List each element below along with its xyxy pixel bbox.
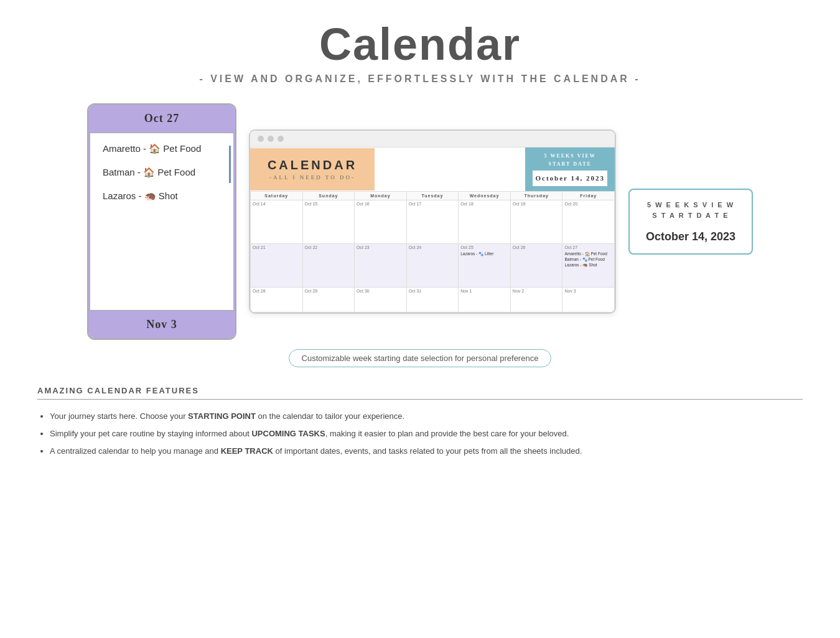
illustration-area: Oct 27 Amaretto - 🏠 Pet Food Batman - 🏠 … (0, 91, 840, 352)
cell-oct25: Oct 25Lazaros - 🐾 Litter (459, 244, 511, 288)
cell-oct20: Oct 20 (562, 200, 615, 244)
calendar-header-area: CALENDAR -ALL I NEED TO DO- 5 WEEKS VIEW… (250, 148, 615, 191)
col-tuesday: Tuesday (406, 192, 459, 200)
cell-oct22: Oct 22 (302, 244, 355, 288)
widget-date: October 14, 2023 (640, 230, 742, 243)
cal-title-text: CALENDAR (263, 158, 362, 172)
cell-oct26: Oct 26 (510, 244, 562, 288)
week-view-label: 5 WEEKS VIEWSTART DATE (533, 152, 607, 169)
browser-window: CALENDAR -ALL I NEED TO DO- 5 WEEKS VIEW… (249, 129, 616, 314)
cell-oct29: Oct 29 (302, 288, 355, 312)
feature-item-3: A centralized calendar to help you manag… (50, 444, 803, 458)
feature-item-1: Your journey starts here. Choose your ST… (50, 410, 803, 423)
browser-dot-2 (268, 136, 274, 142)
phone-item-3: Lazaros - 🦔 Shot (103, 190, 221, 202)
browser-dot-1 (258, 136, 264, 142)
cell-oct16: Oct 16 (355, 200, 407, 244)
col-saturday: Saturday (251, 192, 303, 200)
phone-header-date: Oct 27 (88, 105, 235, 133)
calendar-header-row: Saturday Sunday Monday Tuesday Wednesday… (251, 192, 615, 200)
features-section: AMAZING CALENDAR FEATURES Your journey s… (0, 380, 840, 481)
col-friday: Friday (562, 192, 615, 200)
col-sunday: Sunday (302, 192, 355, 200)
right-widget: 5 W E E K S V I E WS T A R T D A T E Oct… (628, 189, 753, 255)
calendar-row-week1: Oct 14 Oct 15 Oct 16 Oct 17 Oct 18 Oct 1… (251, 200, 615, 244)
phone-body: Amaretto - 🏠 Pet Food Batman - 🏠 Pet Foo… (88, 133, 235, 310)
cell-oct17: Oct 17 (406, 200, 459, 244)
cell-oct19: Oct 19 (510, 200, 562, 244)
col-wednesday: Wednesday (459, 192, 511, 200)
main-title: Calendar (0, 19, 840, 70)
feature-item-2: Simplify your pet care routine by stayin… (50, 427, 803, 441)
cell-nov3: Nov 3 (562, 288, 615, 312)
cell-oct14: Oct 14 (251, 200, 303, 244)
calendar-row-week3: Oct 28 Oct 29 Oct 30 Oct 31 Nov 1 Nov 2 … (251, 288, 615, 312)
phone-mockup: Oct 27 Amaretto - 🏠 Pet Food Batman - 🏠 … (87, 103, 236, 340)
cell-oct27: Oct 27 Amaretto - 🏠 Pet Food Batman - 🐾 … (562, 244, 615, 288)
subtitle: - VIEW AND ORGANIZE, EFFORTLESSLY WITH T… (0, 73, 840, 85)
cell-oct28: Oct 28 (251, 288, 303, 312)
cell-nov1: Nov 1 (459, 288, 511, 312)
phone-item-1: Amaretto - 🏠 Pet Food (103, 143, 221, 154)
calendar-grid: Saturday Sunday Monday Tuesday Wednesday… (250, 191, 615, 312)
features-title: AMAZING CALENDAR FEATURES (37, 386, 803, 400)
widget-title: 5 W E E K S V I E WS T A R T D A T E (640, 200, 742, 220)
browser-dot-3 (278, 136, 284, 142)
calendar-title-box: CALENDAR -ALL I NEED TO DO- (250, 148, 375, 190)
col-thursday: Thursday (510, 192, 562, 200)
cell-oct18: Oct 18 (459, 200, 511, 244)
features-list: Your journey starts here. Choose your ST… (37, 410, 803, 458)
cal-week-box: 5 WEEKS VIEWSTART DATE October 14, 2023 (525, 148, 615, 191)
cell-oct23: Oct 23 (355, 244, 407, 288)
cell-oct31: Oct 31 (406, 288, 459, 312)
phone-item-2: Batman - 🏠 Pet Food (103, 167, 221, 178)
cell-oct24: Oct 24 (406, 244, 459, 288)
cal-date-display: October 14, 2023 (533, 171, 607, 187)
header: Calendar - VIEW AND ORGANIZE, EFFORTLESS… (0, 0, 840, 91)
cal-subtitle-text: -ALL I NEED TO DO- (263, 174, 362, 181)
cell-nov2: Nov 2 (510, 288, 562, 312)
phone-footer-date: Nov 3 (88, 310, 235, 339)
cell-oct15: Oct 15 (302, 200, 355, 244)
page-wrapper: Calendar - VIEW AND ORGANIZE, EFFORTLESS… (0, 0, 840, 481)
browser-bar (250, 131, 615, 148)
calendar-row-week2: Oct 21 Oct 22 Oct 23 Oct 24 Oct 25Lazaro… (251, 244, 615, 288)
cell-oct21: Oct 21 (251, 244, 303, 288)
col-monday: Monday (355, 192, 407, 200)
cell-oct30: Oct 30 (355, 288, 407, 312)
